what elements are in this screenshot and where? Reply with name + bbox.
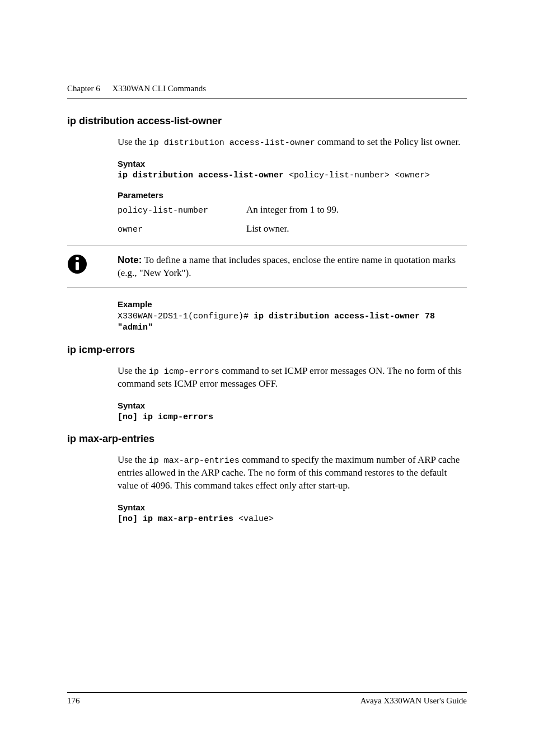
note-block: Note: To define a name that includes spa…: [67, 246, 467, 288]
intro-post: command to set the Policy list owner.: [315, 137, 461, 147]
section-heading: ip distribution access-list-owner: [67, 115, 467, 127]
syntax-line: [no] ip icmp-errors: [118, 412, 467, 422]
intro-pre: Use the: [118, 365, 149, 376]
intro-code: ip max-arp-entries: [149, 456, 240, 466]
note-text: Note: To define a name that includes spa…: [118, 254, 467, 280]
header-rule: [67, 98, 467, 98]
intro-paragraph: Use the ip max-arp-entries command to sp…: [118, 454, 467, 492]
example-label: Example: [118, 299, 467, 309]
intro-pre: Use the: [118, 137, 149, 147]
chapter-title: X330WAN CLI Commands: [112, 84, 206, 93]
intro-paragraph: Use the ip icmp-errors command to set IC…: [118, 365, 467, 391]
note-label: Note:: [118, 255, 142, 265]
section-ip-max-arp-entries: ip max-arp-entries Use the ip max-arp-en…: [67, 433, 467, 524]
param-name: policy-list-number: [118, 206, 246, 215]
param-row: owner List owner.: [118, 223, 467, 234]
section-ip-distribution: ip distribution access-list-owner Use th…: [67, 115, 467, 334]
section-heading: ip max-arp-entries: [67, 433, 467, 445]
syntax-line: [no] ip max-arp-entries <value>: [118, 514, 467, 524]
intro-code: ip icmp-errors: [149, 367, 219, 377]
doc-title: Avaya X330WAN User's Guide: [360, 696, 467, 706]
section-ip-icmp-errors: ip icmp-errors Use the ip icmp-errors co…: [67, 344, 467, 422]
page-number: 176: [67, 696, 80, 706]
syntax-label: Syntax: [118, 159, 467, 168]
syntax-rest: <policy-list-number> <owner>: [284, 171, 430, 180]
example-plain: X330WAN-2DS1-1(configure)#: [118, 312, 254, 321]
intro-paragraph: Use the ip distribution access-list-owne…: [118, 136, 467, 149]
info-icon: [67, 254, 101, 274]
note-body: To define a name that includes spaces, e…: [118, 255, 456, 278]
param-name: owner: [118, 225, 246, 234]
chapter-label: Chapter 6: [67, 84, 100, 93]
running-head: Chapter 6 X330WAN CLI Commands: [67, 84, 467, 98]
intro-code: no: [404, 367, 414, 377]
svg-point-1: [76, 257, 79, 260]
intro-pre: Use the: [118, 454, 149, 465]
svg-rect-2: [76, 262, 79, 270]
param-desc: An integer from 1 to 99.: [246, 204, 339, 215]
syntax-bold: [no] ip max-arp-entries: [118, 514, 233, 524]
syntax-bold: [no] ip icmp-errors: [118, 412, 213, 422]
intro-code: no: [265, 469, 275, 478]
intro-mid: command to set ICMP error messages ON. T…: [219, 365, 405, 376]
parameters-table: policy-list-number An integer from 1 to …: [118, 204, 467, 234]
intro-code: ip distribution access-list-owner: [149, 138, 315, 148]
section-heading: ip icmp-errors: [67, 344, 467, 356]
syntax-label: Syntax: [118, 503, 467, 512]
param-row: policy-list-number An integer from 1 to …: [118, 204, 467, 215]
syntax-line: ip distribution access-list-owner <polic…: [118, 171, 467, 180]
page-footer: 176 Avaya X330WAN User's Guide: [67, 692, 467, 706]
param-desc: List owner.: [246, 223, 289, 234]
syntax-rest: <value>: [233, 514, 274, 524]
example-code: X330WAN-2DS1-1(configure)# ip distributi…: [118, 311, 467, 334]
parameters-label: Parameters: [118, 190, 467, 200]
syntax-bold: ip distribution access-list-owner: [118, 171, 284, 180]
syntax-label: Syntax: [118, 401, 467, 410]
